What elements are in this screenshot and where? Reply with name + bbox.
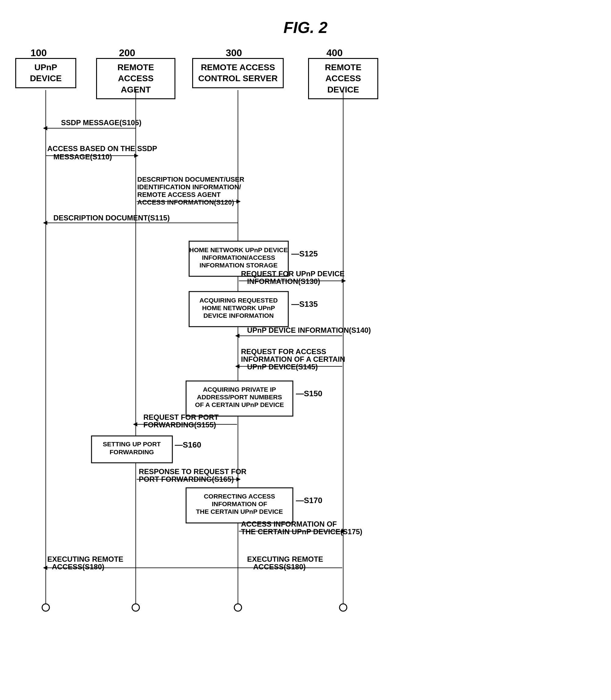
svg-text:REQUEST FOR PORT: REQUEST FOR PORT xyxy=(143,413,219,421)
svg-text:HOME NETWORK UPnP: HOME NETWORK UPnP xyxy=(202,304,275,311)
svg-text:—S125: —S125 xyxy=(291,249,318,258)
svg-marker-57 xyxy=(236,477,241,481)
svg-point-76 xyxy=(132,604,139,611)
svg-text:ADDRESS/PORT NUMBERS: ADDRESS/PORT NUMBERS xyxy=(197,394,282,400)
svg-text:—S160: —S160 xyxy=(175,440,201,449)
svg-text:ACCESS(S180): ACCESS(S180) xyxy=(253,563,306,571)
svg-text:UPnP DEVICE INFORMATION(S140): UPnP DEVICE INFORMATION(S140) xyxy=(247,326,371,334)
svg-text:DEVICE INFORMATION: DEVICE INFORMATION xyxy=(204,312,274,319)
svg-text:SSDP MESSAGE(S105): SSDP MESSAGE(S105) xyxy=(61,118,141,127)
diagram-svg: SSDP MESSAGE(S105) ACCESS BASED ON THE S… xyxy=(0,0,397,672)
svg-text:SETTING UP PORT: SETTING UP PORT xyxy=(103,440,161,448)
svg-text:ACCESS(S180): ACCESS(S180) xyxy=(52,563,104,571)
svg-marker-18 xyxy=(43,221,47,225)
svg-marker-36 xyxy=(235,334,239,338)
svg-text:MESSAGE(S110): MESSAGE(S110) xyxy=(54,152,112,161)
svg-text:INFORMATION/ACCESS: INFORMATION/ACCESS xyxy=(202,254,275,261)
svg-text:FORWARDING(S155): FORWARDING(S155) xyxy=(143,421,216,429)
svg-text:HOME NETWORK UPnP DEVICE: HOME NETWORK UPnP DEVICE xyxy=(190,246,288,253)
svg-text:EXECUTING REMOTE: EXECUTING REMOTE xyxy=(47,555,123,563)
svg-text:UPnP DEVICE(S145): UPnP DEVICE(S145) xyxy=(247,363,318,371)
svg-marker-5 xyxy=(43,126,47,130)
svg-marker-70 xyxy=(43,566,47,570)
svg-text:RESPONSE TO REQUEST FOR: RESPONSE TO REQUEST FOR xyxy=(139,467,247,476)
svg-text:INFORMATION(S130): INFORMATION(S130) xyxy=(247,277,320,286)
svg-text:—S150: —S150 xyxy=(296,389,323,398)
svg-text:REMOTE ACCESS AGENT: REMOTE ACCESS AGENT xyxy=(137,191,221,199)
svg-text:ACQUIRING REQUESTED: ACQUIRING REQUESTED xyxy=(199,297,278,304)
svg-marker-12 xyxy=(236,199,241,204)
svg-text:INFORMATION OF: INFORMATION OF xyxy=(212,500,267,507)
svg-text:THE CERTAIN UPnP DEVICE: THE CERTAIN UPnP DEVICE xyxy=(196,508,283,515)
svg-text:ACCESS INFORMATION(S120): ACCESS INFORMATION(S120) xyxy=(137,199,234,206)
svg-text:CORRECTING ACCESS: CORRECTING ACCESS xyxy=(204,493,275,500)
svg-point-75 xyxy=(42,604,49,611)
svg-text:DESCRIPTION DOCUMENT(S115): DESCRIPTION DOCUMENT(S115) xyxy=(54,214,169,222)
svg-text:ACCESS INFORMATION OF: ACCESS INFORMATION OF xyxy=(241,520,337,528)
svg-text:EXECUTING REMOTE: EXECUTING REMOTE xyxy=(247,555,323,563)
svg-point-78 xyxy=(340,604,347,611)
svg-marker-27 xyxy=(342,279,346,283)
svg-text:REQUEST FOR ACCESS: REQUEST FOR ACCESS xyxy=(241,347,326,356)
svg-text:DESCRIPTION DOCUMENT/USER: DESCRIPTION DOCUMENT/USER xyxy=(137,176,244,183)
svg-text:IDENTIFICATION INFORMATION/: IDENTIFICATION INFORMATION/ xyxy=(137,183,241,191)
svg-text:INFORMATION OF A CERTAIN: INFORMATION OF A CERTAIN xyxy=(241,355,345,363)
svg-text:—S135: —S135 xyxy=(291,300,318,309)
svg-text:INFORMATION STORAGE: INFORMATION STORAGE xyxy=(199,262,278,269)
svg-text:FORWARDING: FORWARDING xyxy=(109,449,154,455)
svg-point-77 xyxy=(234,604,242,611)
svg-marker-39 xyxy=(235,364,239,368)
svg-text:ACQUIRING PRIVATE IP: ACQUIRING PRIVATE IP xyxy=(203,386,276,393)
svg-text:THE CERTAIN UPnP DEVICE(S175): THE CERTAIN UPnP DEVICE(S175) xyxy=(241,527,362,536)
svg-text:OF A CERTAIN UPnP DEVICE: OF A CERTAIN UPnP DEVICE xyxy=(195,401,284,408)
svg-marker-49 xyxy=(133,422,137,426)
svg-text:PORT FORWARDING(S165): PORT FORWARDING(S165) xyxy=(139,475,234,483)
svg-text:—S170: —S170 xyxy=(296,496,323,505)
svg-text:REQUEST FOR UPnP DEVICE: REQUEST FOR UPnP DEVICE xyxy=(241,269,345,278)
svg-text:ACCESS BASED ON THE SSDP: ACCESS BASED ON THE SSDP xyxy=(47,144,157,152)
svg-marker-8 xyxy=(134,154,138,158)
